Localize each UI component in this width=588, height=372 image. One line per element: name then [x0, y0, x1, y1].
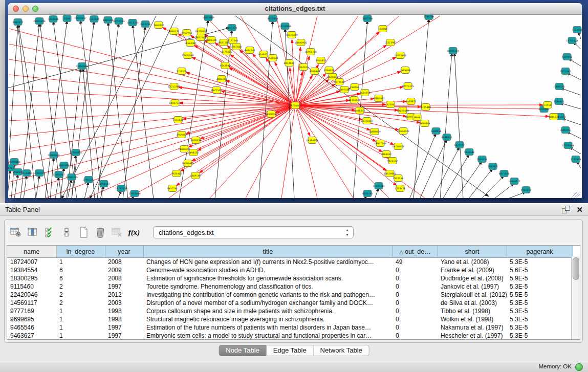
table-cell[interactable]: 22420046: [7, 291, 56, 299]
table-cell[interactable]: 5.3E-5: [507, 258, 573, 267]
table-cell[interactable]: 0: [393, 282, 438, 291]
close-window-icon[interactable]: [13, 6, 19, 12]
table-cell[interactable]: 1997: [105, 332, 143, 340]
delete-trash-icon[interactable]: [94, 226, 106, 238]
scrollbar-thumb[interactable]: [573, 257, 579, 280]
table-cell[interactable]: 1: [56, 323, 105, 332]
function-builder-icon[interactable]: f(x): [128, 226, 140, 238]
network-graph-canvas[interactable]: 2405572206914061819508224510655257152760…: [8, 15, 582, 198]
table-cell[interactable]: Changes of HCN gene expression and I(f) …: [143, 258, 393, 267]
table-cell[interactable]: 2: [56, 299, 105, 307]
float-panel-icon[interactable]: [562, 206, 570, 214]
citation-edge-black[interactable]: [432, 147, 460, 198]
table-cell[interactable]: 1: [56, 315, 105, 323]
table-cell[interactable]: 5.6E-5: [507, 266, 573, 274]
row-height-icon[interactable]: [60, 226, 73, 238]
table-settings-icon[interactable]: [10, 226, 22, 238]
table-cell[interactable]: de Silva et al. (2003): [438, 299, 507, 307]
table-cell[interactable]: 1: [56, 307, 105, 315]
table-cell[interactable]: 0: [393, 307, 438, 315]
table-cell[interactable]: 9699695: [7, 315, 56, 323]
column-header-year[interactable]: year: [105, 246, 143, 258]
column-header-out_de[interactable]: △out_de…: [393, 246, 438, 258]
citation-edge-black[interactable]: [8, 170, 10, 198]
table-row[interactable]: 1872400712008Changes of HCN gene express…: [7, 258, 573, 267]
zoom-window-icon[interactable]: [32, 6, 38, 12]
column-header-name[interactable]: name: [7, 246, 56, 258]
citation-edge-red[interactable]: [186, 105, 295, 134]
citation-edge-black[interactable]: [97, 23, 119, 198]
table-cell[interactable]: 49: [393, 258, 438, 267]
table-cell[interactable]: 0: [393, 323, 438, 332]
citation-edge-black[interactable]: [90, 16, 177, 198]
column-header-title[interactable]: title: [143, 246, 393, 258]
citation-edge-red[interactable]: [292, 39, 295, 105]
table-cell[interactable]: 1998: [105, 307, 143, 315]
tab-node-table[interactable]: Node Table: [219, 345, 267, 356]
table-cell[interactable]: Stergiakouli et al. (2012): [438, 291, 507, 299]
table-cell[interactable]: 9463627: [7, 332, 56, 340]
table-cell[interactable]: 19384554: [7, 266, 56, 274]
table-cell[interactable]: Yano et al. (2008): [438, 258, 507, 267]
table-cell[interactable]: Genome-wide association studies in ADHD.: [143, 266, 393, 274]
table-cell[interactable]: 2012: [105, 291, 143, 299]
table-cell[interactable]: 6: [56, 266, 105, 274]
table-row[interactable]: 946554611997Estimation of the future num…: [7, 323, 573, 332]
column-visibility-icon[interactable]: [27, 226, 39, 238]
resize-grip-icon[interactable]: [574, 192, 580, 198]
column-header-pagerank[interactable]: pagerank: [507, 246, 573, 258]
table-cell[interactable]: 6: [56, 274, 105, 282]
tab-network-table[interactable]: Network Table: [314, 345, 369, 356]
table-cell[interactable]: 1997: [105, 282, 143, 291]
citation-edge-black[interactable]: [443, 154, 469, 198]
citation-edge-black[interactable]: [455, 161, 482, 198]
citation-edge-black[interactable]: [84, 182, 89, 198]
citation-edge-black[interactable]: [108, 22, 128, 198]
new-file-icon[interactable]: [77, 226, 90, 238]
table-cell[interactable]: Wolkin et al. (1998): [438, 315, 507, 323]
table-cell[interactable]: Estimation of the future numbers of pati…: [143, 323, 393, 332]
table-cell[interactable]: 5.9E-5: [507, 274, 573, 282]
table-cell[interactable]: 5.3E-5: [507, 315, 573, 323]
column-header-short[interactable]: short: [438, 246, 507, 258]
table-cell[interactable]: Tibbo et al. (1998): [438, 307, 507, 315]
table-cell[interactable]: Corpus callosum shape and size in male p…: [143, 307, 393, 315]
citation-edge-red[interactable]: [190, 35, 295, 105]
table-cell[interactable]: 0: [393, 332, 438, 340]
table-cell[interactable]: 9777169: [7, 307, 56, 315]
citation-edge-red[interactable]: [198, 105, 295, 150]
table-cell[interactable]: Disruption of a novel member of a sodium…: [143, 299, 393, 307]
table-cell[interactable]: Structural magnetic resonance image aver…: [143, 315, 393, 323]
table-selector-dropdown[interactable]: citations_edges.txt ▲▼: [153, 226, 354, 238]
citation-edge-black[interactable]: [123, 26, 145, 198]
citation-edge-black[interactable]: [494, 183, 514, 198]
table-vertical-scrollbar[interactable]: [571, 256, 580, 340]
table-row[interactable]: 977716911998Corpus callosum shape and si…: [7, 307, 573, 315]
citation-edge-black[interactable]: [24, 175, 27, 198]
table-cell[interactable]: 2: [56, 282, 105, 291]
table-cell[interactable]: Tourette syndrome. Phenomenology and cla…: [143, 282, 393, 291]
table-row[interactable]: 2242004622012Investigating the contribut…: [7, 291, 573, 299]
table-cell[interactable]: 1: [56, 332, 105, 340]
citation-edge-black[interactable]: [50, 157, 54, 198]
citation-edge-black[interactable]: [468, 168, 493, 198]
citation-edge-black[interactable]: [454, 53, 463, 198]
table-cell[interactable]: 2003: [105, 299, 143, 307]
table-cell[interactable]: 1997: [105, 323, 143, 332]
citation-edge-black[interactable]: [80, 20, 102, 198]
table-cell[interactable]: 1: [56, 258, 105, 267]
citation-edge-black[interactable]: [440, 53, 452, 198]
table-row[interactable]: 946362711997Embryonic stem cells: a mode…: [7, 332, 573, 340]
table-cell[interactable]: 5.3E-5: [507, 323, 573, 332]
table-row[interactable]: 1830029562008Estimation of significance …: [7, 274, 573, 282]
table-row[interactable]: 1456911722003Disruption of a novel membe…: [7, 299, 573, 307]
citation-edge-red[interactable]: [295, 79, 329, 105]
table-cell[interactable]: Nakamura et al. (1997): [438, 323, 507, 332]
tab-edge-table[interactable]: Edge Table: [267, 345, 314, 356]
citation-edge-red[interactable]: [188, 105, 295, 147]
table-row[interactable]: 911546021997Tourette syndrome. Phenomeno…: [7, 282, 573, 291]
citation-edge-black[interactable]: [133, 25, 154, 198]
citation-edge-black[interactable]: [72, 21, 94, 198]
table-cell[interactable]: 18300295: [7, 274, 56, 282]
table-cell[interactable]: 5.3E-5: [507, 282, 573, 291]
